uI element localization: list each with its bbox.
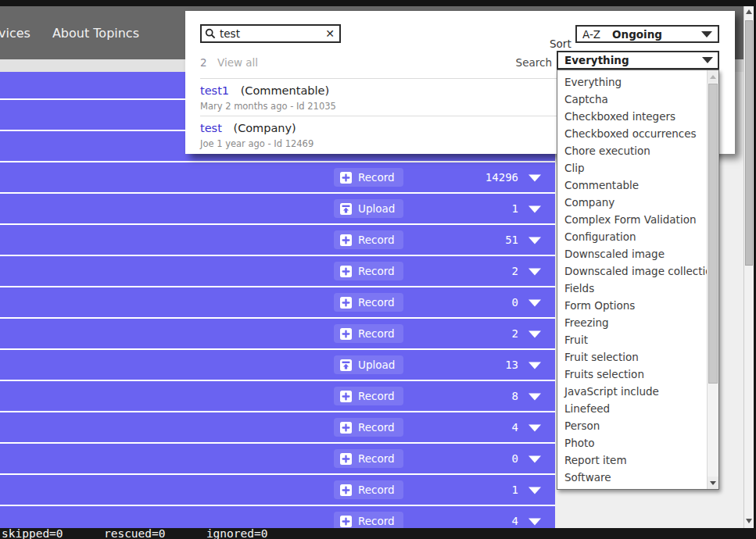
filter-option[interactable]: Configuration — [557, 228, 707, 245]
sort-mode: A-Z — [582, 28, 600, 41]
row-button-label: Record — [358, 452, 395, 465]
scroll-down-icon[interactable] — [746, 519, 752, 523]
sort-label: Sort — [550, 37, 571, 50]
filter-option[interactable]: Freezing — [557, 314, 707, 331]
row-count: 1 — [512, 484, 518, 496]
window-scrollbar[interactable] — [743, 6, 754, 528]
search-icon — [205, 28, 216, 39]
filter-option[interactable]: Complex Form Validation — [557, 211, 707, 228]
add-record-button[interactable]: Record — [334, 480, 403, 499]
filter-option[interactable]: Clip — [557, 159, 707, 177]
filter-option[interactable]: Photo — [557, 434, 707, 452]
row-button-label: Record — [358, 515, 395, 527]
add-record-button[interactable]: Record — [334, 230, 403, 249]
chevron-down-icon[interactable] — [528, 487, 541, 494]
chevron-down-icon[interactable] — [528, 362, 541, 369]
search-input[interactable] — [220, 27, 325, 40]
filter-option[interactable]: Downscaled image collection — [557, 262, 707, 280]
row-button-label: Record — [358, 171, 395, 184]
row-count: 2 — [512, 265, 518, 277]
add-record-button[interactable]: Record — [334, 293, 403, 312]
upload-button[interactable]: Upload — [334, 355, 403, 374]
plus-icon — [340, 484, 352, 496]
sort-select[interactable]: A-Z Ongoing — [575, 25, 719, 43]
scroll-up-icon[interactable] — [708, 70, 718, 83]
terminal-output: skipped=0 rescued=0 ignored=0 — [2, 528, 267, 539]
table-row: Record 1 — [0, 475, 555, 505]
row-button-label: Record — [358, 234, 395, 246]
result-link[interactable]: test1 — [200, 84, 229, 97]
chevron-down-icon — [701, 31, 712, 37]
scrollbar-thumb[interactable] — [745, 20, 753, 266]
filter-option[interactable]: Everything — [557, 73, 707, 91]
clear-search-icon[interactable]: ✕ — [325, 28, 335, 39]
filter-option[interactable]: Company — [557, 194, 707, 211]
add-record-button[interactable]: Record — [334, 168, 403, 187]
chevron-down-icon[interactable] — [528, 456, 541, 463]
scroll-down-icon[interactable] — [708, 477, 718, 489]
chevron-down-icon[interactable] — [528, 175, 541, 182]
table-row: Record 0 — [0, 287, 555, 317]
chevron-down-icon[interactable] — [528, 331, 541, 338]
view-all-link[interactable]: View all — [217, 56, 258, 69]
chevron-down-icon[interactable] — [528, 237, 541, 245]
row-count: 13 — [505, 359, 518, 371]
chevron-down-icon[interactable] — [528, 425, 541, 432]
chevron-down-icon[interactable] — [528, 394, 541, 401]
filter-option[interactable]: Software — [557, 469, 707, 486]
filter-option[interactable]: Form Options — [557, 297, 707, 314]
row-button-label: Record — [358, 265, 395, 277]
type-filter-dropdown: EverythingCaptchaCheckboxed integersChec… — [557, 70, 719, 490]
scrollbar-thumb[interactable] — [708, 84, 718, 384]
row-count: 8 — [512, 390, 518, 402]
row-count: 0 — [512, 452, 518, 465]
window-top-bar — [0, 0, 756, 6]
filter-option[interactable]: Fruit selection — [557, 348, 707, 366]
add-record-button[interactable]: Record — [334, 262, 403, 280]
type-filter-select[interactable]: Everything — [557, 51, 719, 70]
plus-icon — [340, 297, 352, 309]
filter-option[interactable]: Captcha — [557, 91, 707, 108]
filter-option[interactable]: Downscaled image — [557, 245, 707, 262]
row-button-label: Record — [358, 296, 395, 309]
filter-option[interactable]: Fruit — [557, 331, 707, 348]
filter-option[interactable]: Linefeed — [557, 400, 707, 417]
row-count: 4 — [512, 515, 518, 527]
chevron-down-icon[interactable] — [528, 269, 541, 276]
filter-option[interactable]: JavaScript include — [557, 383, 707, 400]
filter-option[interactable]: Report item — [557, 452, 707, 469]
filter-option[interactable]: Commentable — [557, 177, 707, 194]
chevron-down-icon[interactable] — [528, 300, 541, 307]
filter-option[interactable]: Fields — [557, 280, 707, 297]
chevron-down-icon[interactable] — [528, 206, 541, 213]
dropdown-scrollbar[interactable] — [707, 70, 718, 489]
search-result-title: test (Company) — [200, 122, 296, 134]
add-record-button[interactable]: Record — [334, 324, 403, 343]
table-row: Upload 13 — [0, 350, 555, 380]
search-result-meta: Joe 1 year ago - Id 12469 — [200, 138, 314, 149]
nav-item-services[interactable]: vices — [0, 26, 30, 41]
result-link[interactable]: test — [200, 122, 222, 134]
search-result-title: test1 (Commentable) — [200, 84, 329, 97]
result-type: (Company) — [233, 122, 296, 134]
table-row: Record 4 — [0, 412, 555, 442]
plus-icon — [340, 516, 352, 527]
add-record-button[interactable]: Record — [334, 418, 403, 437]
table-row: Record 2 — [0, 256, 555, 286]
scroll-up-icon[interactable] — [746, 9, 752, 14]
result-count: 2 — [200, 56, 207, 69]
chevron-down-icon[interactable] — [528, 519, 541, 526]
row-button-label: Upload — [358, 359, 395, 371]
result-type: (Commentable) — [241, 84, 329, 97]
filter-option[interactable]: Fruits selection — [557, 366, 707, 383]
filter-option[interactable]: Checkboxed occurrences — [557, 125, 707, 142]
add-record-button[interactable]: Record — [334, 449, 403, 468]
filter-option[interactable]: Checkboxed integers — [557, 108, 707, 125]
type-filter-options: EverythingCaptchaCheckboxed integersChec… — [557, 70, 707, 489]
add-record-button[interactable]: Record — [334, 387, 403, 405]
nav-item-about-topincs[interactable]: About Topincs — [52, 26, 139, 41]
upload-button[interactable]: Upload — [334, 199, 403, 218]
filter-option[interactable]: Person — [557, 417, 707, 434]
filter-option[interactable]: Statistic — [557, 486, 707, 489]
filter-option[interactable]: Chore execution — [557, 142, 707, 159]
